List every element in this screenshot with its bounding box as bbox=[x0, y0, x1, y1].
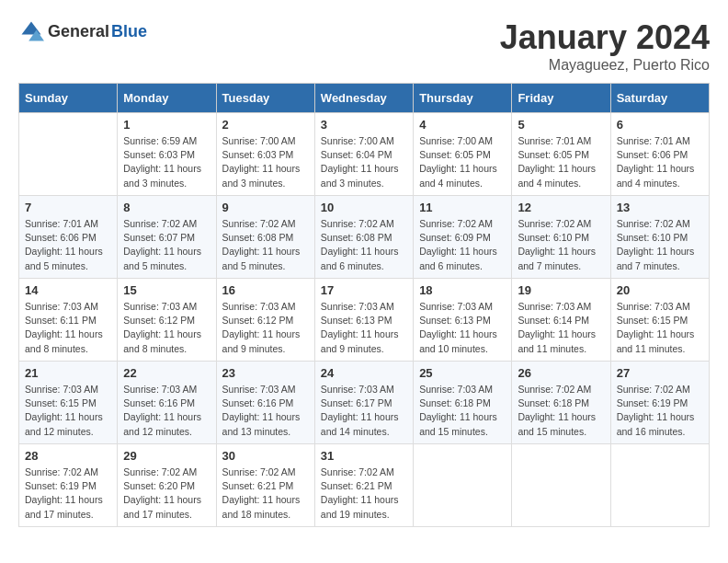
day-number: 19 bbox=[518, 283, 604, 297]
day-info: Sunrise: 7:03 AM Sunset: 6:12 PM Dayligh… bbox=[123, 300, 210, 356]
calendar-week-row: 14Sunrise: 7:03 AM Sunset: 6:11 PM Dayli… bbox=[19, 279, 710, 362]
calendar-cell: 11Sunrise: 7:02 AM Sunset: 6:09 PM Dayli… bbox=[414, 196, 512, 279]
day-number: 31 bbox=[321, 449, 407, 463]
calendar-cell: 10Sunrise: 7:02 AM Sunset: 6:08 PM Dayli… bbox=[314, 196, 413, 279]
day-number: 13 bbox=[617, 201, 703, 214]
calendar-cell: 12Sunrise: 7:02 AM Sunset: 6:10 PM Dayli… bbox=[512, 196, 610, 279]
calendar-cell: 1Sunrise: 6:59 AM Sunset: 6:03 PM Daylig… bbox=[118, 113, 216, 196]
calendar-cell: 25Sunrise: 7:03 AM Sunset: 6:18 PM Dayli… bbox=[414, 362, 512, 444]
day-number: 21 bbox=[25, 366, 111, 380]
day-info: Sunrise: 7:03 AM Sunset: 6:16 PM Dayligh… bbox=[123, 383, 210, 439]
calendar-cell: 26Sunrise: 7:02 AM Sunset: 6:18 PM Dayli… bbox=[512, 362, 610, 444]
day-number: 7 bbox=[25, 201, 111, 214]
logo: General Blue bbox=[18, 18, 147, 44]
day-info: Sunrise: 7:02 AM Sunset: 6:19 PM Dayligh… bbox=[617, 383, 703, 439]
calendar-cell bbox=[19, 113, 118, 196]
day-info: Sunrise: 7:02 AM Sunset: 6:09 PM Dayligh… bbox=[419, 217, 506, 273]
header-day: Friday bbox=[512, 84, 610, 113]
day-number: 12 bbox=[518, 201, 604, 214]
day-number: 1 bbox=[123, 118, 210, 132]
calendar-cell: 13Sunrise: 7:02 AM Sunset: 6:10 PM Dayli… bbox=[610, 196, 709, 279]
day-number: 22 bbox=[123, 366, 210, 380]
header-day: Monday bbox=[118, 84, 216, 113]
calendar-cell: 4Sunrise: 7:00 AM Sunset: 6:05 PM Daylig… bbox=[414, 113, 512, 196]
day-info: Sunrise: 7:03 AM Sunset: 6:13 PM Dayligh… bbox=[321, 300, 407, 356]
day-info: Sunrise: 7:03 AM Sunset: 6:11 PM Dayligh… bbox=[25, 300, 111, 356]
day-number: 4 bbox=[419, 118, 506, 132]
day-number: 20 bbox=[617, 283, 703, 297]
day-info: Sunrise: 7:02 AM Sunset: 6:21 PM Dayligh… bbox=[222, 465, 309, 522]
calendar-cell: 29Sunrise: 7:02 AM Sunset: 6:20 PM Dayli… bbox=[118, 444, 216, 527]
day-number: 30 bbox=[222, 449, 309, 463]
day-info: Sunrise: 7:02 AM Sunset: 6:07 PM Dayligh… bbox=[123, 217, 210, 273]
calendar-cell: 17Sunrise: 7:03 AM Sunset: 6:13 PM Dayli… bbox=[314, 279, 413, 362]
calendar-cell: 15Sunrise: 7:03 AM Sunset: 6:12 PM Dayli… bbox=[118, 279, 216, 362]
calendar-cell: 22Sunrise: 7:03 AM Sunset: 6:16 PM Dayli… bbox=[118, 362, 216, 444]
day-info: Sunrise: 7:01 AM Sunset: 6:05 PM Dayligh… bbox=[518, 134, 604, 190]
day-info: Sunrise: 7:02 AM Sunset: 6:08 PM Dayligh… bbox=[222, 217, 309, 273]
page-header: General Blue January 2024 Mayagueez, Pue… bbox=[18, 18, 710, 74]
day-info: Sunrise: 7:03 AM Sunset: 6:16 PM Dayligh… bbox=[222, 383, 309, 439]
day-number: 29 bbox=[123, 449, 210, 463]
day-number: 18 bbox=[419, 283, 506, 297]
day-info: Sunrise: 7:02 AM Sunset: 6:20 PM Dayligh… bbox=[123, 465, 210, 522]
day-number: 14 bbox=[25, 283, 111, 297]
calendar-cell: 19Sunrise: 7:03 AM Sunset: 6:14 PM Dayli… bbox=[512, 279, 610, 362]
calendar-cell: 23Sunrise: 7:03 AM Sunset: 6:16 PM Dayli… bbox=[216, 362, 314, 444]
calendar-cell: 20Sunrise: 7:03 AM Sunset: 6:15 PM Dayli… bbox=[610, 279, 709, 362]
day-number: 24 bbox=[321, 366, 407, 380]
calendar-cell: 27Sunrise: 7:02 AM Sunset: 6:19 PM Dayli… bbox=[610, 362, 709, 444]
day-number: 3 bbox=[321, 118, 407, 132]
day-number: 6 bbox=[617, 118, 703, 132]
day-number: 27 bbox=[617, 366, 703, 380]
day-number: 9 bbox=[222, 201, 309, 214]
day-info: Sunrise: 7:00 AM Sunset: 6:03 PM Dayligh… bbox=[222, 134, 309, 190]
day-number: 15 bbox=[123, 283, 210, 297]
day-number: 11 bbox=[419, 201, 506, 214]
logo-icon bbox=[18, 18, 44, 44]
calendar-week-row: 7Sunrise: 7:01 AM Sunset: 6:06 PM Daylig… bbox=[19, 196, 710, 279]
day-info: Sunrise: 6:59 AM Sunset: 6:03 PM Dayligh… bbox=[123, 134, 210, 190]
calendar-cell bbox=[610, 444, 709, 527]
day-info: Sunrise: 7:03 AM Sunset: 6:18 PM Dayligh… bbox=[419, 383, 506, 439]
calendar-week-row: 1Sunrise: 6:59 AM Sunset: 6:03 PM Daylig… bbox=[19, 113, 710, 196]
day-info: Sunrise: 7:00 AM Sunset: 6:04 PM Dayligh… bbox=[321, 134, 407, 190]
header-row: SundayMondayTuesdayWednesdayThursdayFrid… bbox=[19, 84, 710, 113]
day-info: Sunrise: 7:02 AM Sunset: 6:19 PM Dayligh… bbox=[25, 465, 111, 522]
day-number: 25 bbox=[419, 366, 506, 380]
logo-blue: Blue bbox=[111, 22, 147, 41]
calendar-cell bbox=[414, 444, 512, 527]
calendar-cell: 24Sunrise: 7:03 AM Sunset: 6:17 PM Dayli… bbox=[314, 362, 413, 444]
day-info: Sunrise: 7:03 AM Sunset: 6:15 PM Dayligh… bbox=[617, 300, 703, 356]
logo-general: General bbox=[48, 22, 109, 41]
day-info: Sunrise: 7:00 AM Sunset: 6:05 PM Dayligh… bbox=[419, 134, 506, 190]
header-day: Sunday bbox=[19, 84, 118, 113]
day-number: 5 bbox=[518, 118, 604, 132]
header-day: Saturday bbox=[610, 84, 709, 113]
calendar-cell: 3Sunrise: 7:00 AM Sunset: 6:04 PM Daylig… bbox=[314, 113, 413, 196]
calendar-cell: 31Sunrise: 7:02 AM Sunset: 6:21 PM Dayli… bbox=[314, 444, 413, 527]
calendar-cell: 7Sunrise: 7:01 AM Sunset: 6:06 PM Daylig… bbox=[19, 196, 118, 279]
day-info: Sunrise: 7:02 AM Sunset: 6:10 PM Dayligh… bbox=[617, 217, 703, 273]
day-number: 2 bbox=[222, 118, 309, 132]
calendar-cell: 28Sunrise: 7:02 AM Sunset: 6:19 PM Dayli… bbox=[19, 444, 118, 527]
day-number: 17 bbox=[321, 283, 407, 297]
header-day: Wednesday bbox=[314, 84, 413, 113]
calendar-cell: 5Sunrise: 7:01 AM Sunset: 6:05 PM Daylig… bbox=[512, 113, 610, 196]
day-info: Sunrise: 7:03 AM Sunset: 6:15 PM Dayligh… bbox=[25, 383, 111, 439]
day-number: 26 bbox=[518, 366, 604, 380]
calendar-cell: 2Sunrise: 7:00 AM Sunset: 6:03 PM Daylig… bbox=[216, 113, 314, 196]
day-info: Sunrise: 7:01 AM Sunset: 6:06 PM Dayligh… bbox=[25, 217, 111, 273]
day-info: Sunrise: 7:03 AM Sunset: 6:17 PM Dayligh… bbox=[321, 383, 407, 439]
calendar-cell: 21Sunrise: 7:03 AM Sunset: 6:15 PM Dayli… bbox=[19, 362, 118, 444]
day-number: 10 bbox=[321, 201, 407, 214]
day-info: Sunrise: 7:01 AM Sunset: 6:06 PM Dayligh… bbox=[617, 134, 703, 190]
location-title: Mayagueez, Puerto Rico bbox=[500, 57, 710, 74]
day-info: Sunrise: 7:02 AM Sunset: 6:18 PM Dayligh… bbox=[518, 383, 604, 439]
header-day: Tuesday bbox=[216, 84, 314, 113]
day-info: Sunrise: 7:03 AM Sunset: 6:13 PM Dayligh… bbox=[419, 300, 506, 356]
day-info: Sunrise: 7:03 AM Sunset: 6:12 PM Dayligh… bbox=[222, 300, 309, 356]
day-info: Sunrise: 7:02 AM Sunset: 6:21 PM Dayligh… bbox=[321, 465, 407, 522]
calendar-table: SundayMondayTuesdayWednesdayThursdayFrid… bbox=[18, 83, 710, 527]
day-number: 23 bbox=[222, 366, 309, 380]
